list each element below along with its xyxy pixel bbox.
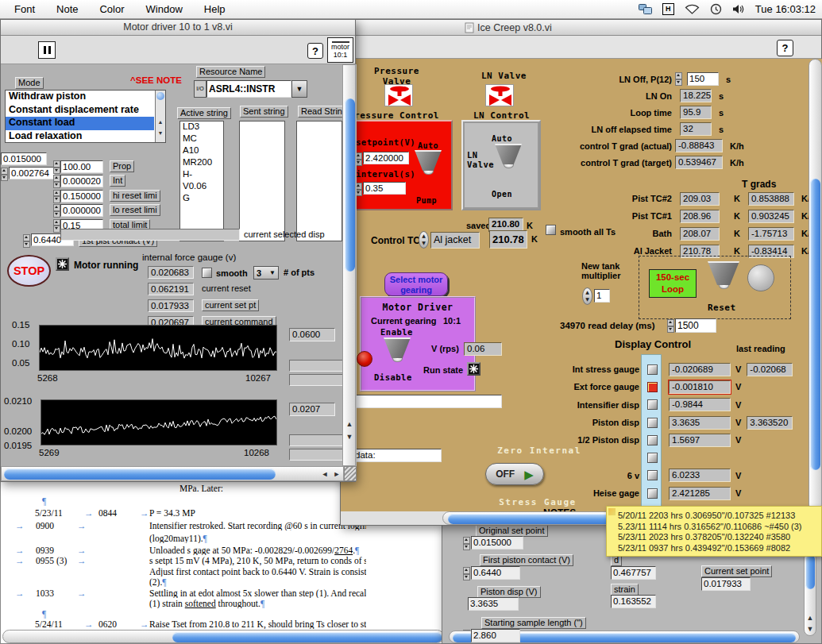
string-item[interactable]: G: [180, 193, 223, 205]
interval-field[interactable]: 0.35: [363, 182, 406, 195]
starting-sample-length-field[interactable]: 2.860: [471, 629, 520, 642]
scroll-down-arrow[interactable]: ▼: [805, 624, 816, 634]
control-tc-channel[interactable]: Al jacket: [430, 232, 480, 249]
scroll-down-arrow[interactable]: ▼: [344, 432, 355, 442]
num2-spinner[interactable]: [1, 168, 8, 181]
scroll-up-arrow[interactable]: ▲: [805, 613, 816, 623]
help-button[interactable]: ?: [307, 43, 323, 59]
display-checkbox[interactable]: [647, 488, 658, 499]
ice-v-scrollbar-thumb[interactable]: [810, 179, 820, 470]
string-item[interactable]: MC: [180, 133, 223, 145]
resize-grip[interactable]: [344, 466, 357, 481]
display-checkbox[interactable]: [647, 453, 658, 463]
listbox-down-arrow[interactable]: ▼: [155, 129, 166, 138]
doc-scrollbar-thumb[interactable]: [172, 632, 442, 642]
menu-item[interactable]: Color: [99, 3, 124, 15]
spinner[interactable]: [53, 160, 60, 174]
mode-item[interactable]: Load relaxation: [6, 130, 154, 144]
scroll-left-arrow[interactable]: ◄: [319, 469, 330, 479]
mode-listbox-scrollbar[interactable]: ▲ ▼: [155, 91, 165, 142]
setpoint-field[interactable]: 2.420000: [363, 152, 409, 164]
menu-item[interactable]: Font: [14, 3, 35, 15]
pressure-valve-knob[interactable]: [415, 150, 442, 175]
string-item[interactable]: H-: [180, 169, 223, 181]
menu-item[interactable]: Window: [146, 3, 183, 15]
string-item[interactable]: MR200: [180, 157, 223, 169]
first-piston-contact-spinner[interactable]: [463, 567, 470, 580]
scroll-up-arrow[interactable]: ▲: [344, 419, 355, 429]
read-delay-field[interactable]: 1500: [675, 318, 716, 333]
display-checkbox[interactable]: [647, 435, 658, 445]
pid-value-field[interactable]: 0.000000: [60, 204, 103, 217]
motor-titlebar[interactable]: Motor driver 10 to 1 v8.vi: [1, 20, 355, 36]
display-checkbox[interactable]: [647, 364, 658, 375]
data-path-field[interactable]: data:: [353, 449, 442, 462]
num-pts-dropdown[interactable]: 3▼: [253, 266, 279, 280]
string-item[interactable]: V0.06: [180, 181, 223, 193]
time-machine-icon[interactable]: [710, 3, 722, 15]
combo-dropdown-arrow[interactable]: ▼: [291, 80, 307, 98]
wifi-icon[interactable]: [685, 4, 700, 14]
first-piston-contact-field[interactable]: 0.6440: [471, 566, 520, 580]
display-checkbox[interactable]: [647, 470, 658, 480]
bottom-vertical-scrollbar[interactable]: ▲ ▼: [804, 552, 816, 636]
ice-creep-titlebar[interactable]: Ice Creep v8.0.vi: [341, 20, 821, 36]
menu-item[interactable]: Note: [56, 3, 78, 15]
spinner[interactable]: [53, 175, 60, 188]
listbox-scroll-thumb[interactable]: [156, 92, 164, 100]
display-checkbox[interactable]: [647, 382, 658, 392]
zero-internal-toggle[interactable]: OFF ▶: [485, 463, 544, 485]
motor-horizontal-scrollbar[interactable]: ◄ ►: [1, 466, 344, 481]
doc-horizontal-scrollbar[interactable]: [2, 630, 444, 643]
mode-item[interactable]: Constant load: [6, 117, 154, 130]
setpoint-num-field[interactable]: 0.015000: [1, 152, 47, 165]
resource-name-value[interactable]: ASRL4::INSTR: [206, 80, 291, 98]
run-state-led[interactable]: [467, 362, 480, 376]
pause-button[interactable]: [38, 41, 56, 59]
bottom-scrollbar-thumb[interactable]: [805, 554, 815, 589]
timing-value[interactable]: 150: [687, 72, 719, 86]
string-item[interactable]: A10: [180, 145, 223, 157]
mode-item[interactable]: Withdraw piston: [6, 91, 154, 104]
stop-button[interactable]: STOP: [7, 255, 51, 287]
mode-listbox[interactable]: Withdraw pistonConstant displacement rat…: [5, 90, 166, 143]
displays-icon[interactable]: [639, 4, 652, 14]
input-menu-icon[interactable]: H: [662, 3, 674, 15]
tank-multiplier-field[interactable]: 1: [594, 289, 610, 303]
spinner[interactable]: [53, 219, 60, 233]
spinner[interactable]: [53, 190, 60, 203]
scroll-right-arrow[interactable]: ►: [331, 469, 342, 479]
motor-running-led[interactable]: [56, 257, 69, 271]
sent-string-list[interactable]: [239, 121, 285, 241]
display-checkbox[interactable]: [647, 399, 658, 410]
read-delay-spinner[interactable]: [667, 319, 674, 333]
display-checkbox[interactable]: [647, 418, 658, 428]
spinner[interactable]: [53, 204, 60, 218]
listbox-up-arrow[interactable]: ▲: [155, 118, 166, 127]
motor-v-scrollbar-thumb[interactable]: [345, 98, 355, 272]
vi-icon-button[interactable]: motor 10:1: [327, 37, 353, 63]
ice-vertical-scrollbar[interactable]: [808, 59, 822, 511]
select-motor-gearing-button[interactable]: Select motor gearing: [384, 272, 448, 296]
command-string-field[interactable]: [356, 395, 502, 408]
loop-circle-button[interactable]: [747, 264, 774, 291]
original-set-point-field[interactable]: 0.015000: [471, 536, 523, 550]
tank-multiplier-spinner[interactable]: ▲▼: [582, 287, 592, 305]
menu-clock[interactable]: Tue 16:03:12: [755, 3, 816, 15]
help-button[interactable]: ?: [777, 40, 793, 56]
sticky-note-overlay[interactable]: 5/20/11 2203 hrs 0.306950"/0.107325 #121…: [606, 506, 822, 557]
motor-vertical-scrollbar[interactable]: ▲ ▼: [342, 64, 356, 466]
reset-knob[interactable]: [708, 261, 739, 289]
num2-field[interactable]: 0.002764: [9, 167, 55, 179]
volume-icon[interactable]: [732, 4, 745, 14]
menu-item[interactable]: Help: [204, 3, 226, 15]
motor-h-scrollbar-thumb[interactable]: [4, 469, 276, 480]
pid-value-field[interactable]: 0.150000: [60, 190, 103, 202]
resource-name-combo[interactable]: I/O ASRL4::INSTR ▼: [194, 80, 307, 98]
string-item[interactable]: LD3: [180, 121, 223, 133]
original-set-point-spinner[interactable]: [463, 537, 470, 550]
active-string-list[interactable]: LD3MCA10MR200H-V0.06G: [179, 121, 224, 241]
smooth-checkbox[interactable]: [202, 268, 212, 278]
pid-value-field[interactable]: 0.000020: [60, 175, 103, 187]
read-string-list[interactable]: [296, 121, 342, 241]
